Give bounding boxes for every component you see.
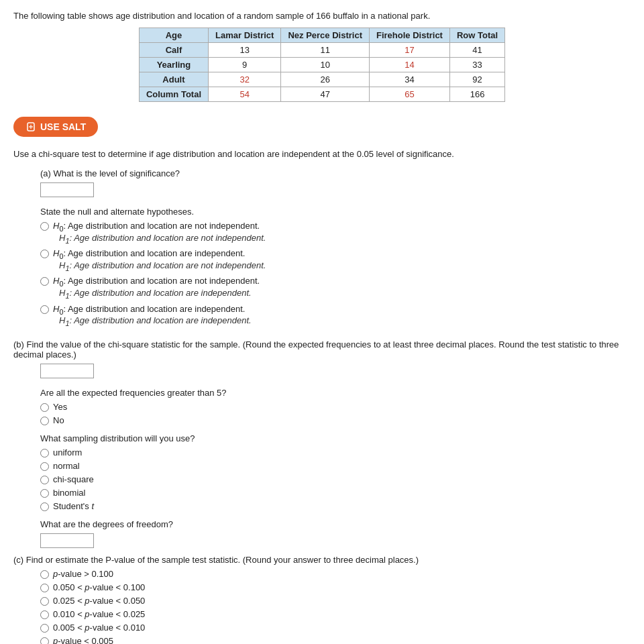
table-cell: 47	[281, 87, 370, 102]
h1-text: H1: Age distribution and location are in…	[59, 288, 631, 300]
freq-radio-group: YesNo	[13, 402, 631, 425]
hypothesis-radio[interactable]	[40, 250, 49, 258]
chi-square-input[interactable]	[40, 364, 94, 378]
intro-text: The following table shows age distributi…	[13, 11, 631, 21]
h1-text: H1: Age distribution and location are no…	[59, 260, 631, 272]
table-cell: 10	[281, 58, 370, 72]
freq-option[interactable]: No	[40, 415, 631, 425]
sampling-label: Student's t	[53, 501, 94, 511]
pvalue-option[interactable]: p-value > 0.100	[40, 569, 631, 579]
col-header-rowtotal: Row Total	[449, 28, 504, 43]
table-cell: 14	[369, 58, 449, 72]
h0-text: H0: Age distribution and location are in…	[53, 248, 245, 260]
sampling-label: binomial	[53, 488, 85, 498]
table-cell: 54	[209, 87, 281, 102]
pvalue-option[interactable]: 0.050 < p-value < 0.100	[40, 582, 631, 592]
part-b-q3: What sampling distribution will you use?	[40, 433, 631, 443]
table-cell: 13	[209, 43, 281, 58]
table-cell: 32	[209, 72, 281, 87]
table-cell: 33	[449, 58, 504, 72]
table-cell: 166	[449, 87, 504, 102]
h0-text: H0: Age distribution and location are in…	[53, 304, 245, 316]
col-header-age: Age	[139, 28, 208, 43]
pvalue-label: 0.010 < p-value < 0.025	[53, 609, 145, 619]
freq-radio[interactable]	[40, 417, 49, 425]
hypothesis-option: H0: Age distribution and location are in…	[40, 304, 631, 327]
table-cell: 34	[369, 72, 449, 87]
pvalue-label: 0.050 < p-value < 0.100	[53, 582, 145, 592]
pvalue-radio[interactable]	[40, 584, 49, 592]
degrees-freedom-input[interactable]	[40, 533, 94, 548]
freq-label: No	[53, 415, 64, 425]
freq-label: Yes	[53, 402, 67, 412]
data-table: Age Lamar District Nez Perce District Fi…	[139, 28, 505, 102]
h1-text: H1: Age distribution and location are no…	[59, 233, 631, 245]
table-row-label: Yearling	[139, 58, 208, 72]
hypothesis-option: H0: Age distribution and location are no…	[40, 276, 631, 299]
sampling-label: uniform	[53, 447, 82, 458]
hypothesis-radio[interactable]	[40, 305, 49, 314]
sampling-option[interactable]: uniform	[40, 447, 631, 458]
hypothesis-radio-group: H0: Age distribution and location are no…	[40, 221, 631, 327]
sampling-radio[interactable]	[40, 462, 49, 471]
part-c-q1: (c) Find or estimate the P-value of the …	[13, 555, 631, 565]
pvalue-label: 0.025 < p-value < 0.050	[53, 596, 145, 606]
hypothesis-option: H0: Age distribution and location are no…	[40, 221, 631, 244]
freq-radio[interactable]	[40, 403, 49, 412]
sampling-label: chi-square	[53, 474, 94, 484]
col-header-nezperce: Nez Perce District	[281, 28, 370, 43]
table-cell: 11	[281, 43, 370, 58]
pvalue-label: 0.005 < p-value < 0.010	[53, 623, 145, 633]
part-a-q1: (a) What is the level of significance?	[40, 168, 631, 178]
pvalue-option[interactable]: p-value < 0.005	[40, 636, 631, 644]
h1-text: H1: Age distribution and location are in…	[59, 315, 631, 327]
pvalue-option[interactable]: 0.005 < p-value < 0.010	[40, 623, 631, 633]
pvalue-option[interactable]: 0.010 < p-value < 0.025	[40, 609, 631, 619]
col-header-lamar: Lamar District	[209, 28, 281, 43]
sampling-radio-group: uniformnormalchi-squarebinomialStudent's…	[13, 447, 631, 511]
sampling-radio[interactable]	[40, 449, 49, 458]
table-cell: 26	[281, 72, 370, 87]
main-instruction: Use a chi-square test to determine if ag…	[13, 149, 631, 159]
sampling-radio[interactable]	[40, 502, 49, 511]
col-header-firehole: Firehole District	[369, 28, 449, 43]
h0-text: H0: Age distribution and location are no…	[53, 221, 260, 233]
table-row-label: Calf	[139, 43, 208, 58]
sampling-radio[interactable]	[40, 489, 49, 498]
sampling-radio[interactable]	[40, 476, 49, 484]
significance-input[interactable]	[40, 182, 94, 197]
hypothesis-radio[interactable]	[40, 222, 49, 231]
part-b-q4: What are the degrees of freedom?	[40, 519, 631, 529]
table-row-label: Adult	[139, 72, 208, 87]
state-hypotheses-label: State the null and alternate hypotheses.	[40, 207, 631, 217]
pvalue-radio[interactable]	[40, 570, 49, 579]
table-cell: 92	[449, 72, 504, 87]
hypothesis-radio[interactable]	[40, 277, 49, 286]
use-salt-button[interactable]: USE SALT	[13, 117, 98, 137]
sampling-option[interactable]: Student's t	[40, 501, 631, 511]
pvalue-label: p-value > 0.100	[53, 569, 113, 579]
table-row-label: Column Total	[139, 87, 208, 102]
sampling-option[interactable]: chi-square	[40, 474, 631, 484]
sampling-label: normal	[53, 461, 80, 471]
sampling-option[interactable]: normal	[40, 461, 631, 471]
table-cell: 17	[369, 43, 449, 58]
hypothesis-option: H0: Age distribution and location are in…	[40, 248, 631, 272]
part-b-q1: (b) Find the value of the chi-square sta…	[13, 339, 631, 360]
pvalue-label: p-value < 0.005	[53, 636, 113, 644]
h0-text: H0: Age distribution and location are no…	[53, 276, 260, 288]
pvalue-radio[interactable]	[40, 637, 49, 644]
pvalue-option[interactable]: 0.025 < p-value < 0.050	[40, 596, 631, 606]
freq-option[interactable]: Yes	[40, 402, 631, 412]
pvalue-radio[interactable]	[40, 624, 49, 633]
table-cell: 9	[209, 58, 281, 72]
sampling-option[interactable]: binomial	[40, 488, 631, 498]
use-salt-label: USE SALT	[40, 121, 86, 132]
salt-icon	[25, 121, 36, 132]
part-b-q2: Are all the expected frequencies greater…	[40, 388, 631, 398]
table-cell: 65	[369, 87, 449, 102]
pvalue-radio[interactable]	[40, 610, 49, 619]
table-cell: 41	[449, 43, 504, 58]
pvalue-radio-group: p-value > 0.1000.050 < p-value < 0.1000.…	[13, 569, 631, 644]
pvalue-radio[interactable]	[40, 597, 49, 606]
